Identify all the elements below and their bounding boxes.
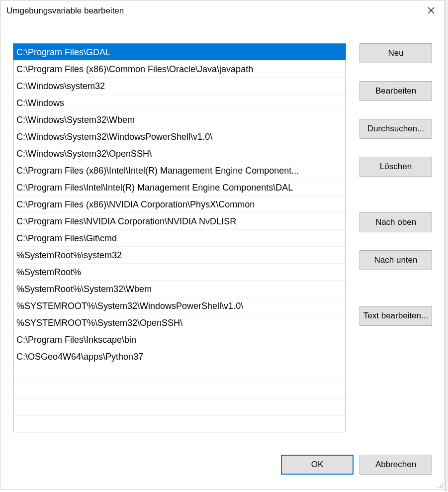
svg-point-3 (440, 485, 441, 486)
new-button[interactable]: Neu (359, 43, 432, 63)
delete-button[interactable]: Löschen (359, 157, 432, 177)
svg-point-7 (442, 487, 443, 488)
ok-button[interactable]: OK (281, 455, 354, 475)
svg-point-5 (438, 487, 439, 488)
path-list-item[interactable]: C:\Program Files\Inkscape\bin (13, 331, 346, 348)
path-list-item[interactable]: C:\Program Files\Intel\Intel(R) Manageme… (13, 179, 346, 196)
side-button-panel: Neu Bearbeiten Durchsuchen... Löschen Na… (359, 43, 432, 326)
edit-button[interactable]: Bearbeiten (359, 81, 432, 101)
path-list-item[interactable]: C:\Windows\system32 (13, 78, 346, 95)
path-list-empty-row[interactable]: . (13, 416, 346, 432)
edit-text-button[interactable]: Text bearbeiten... (359, 306, 432, 326)
path-list-item[interactable]: %SYSTEMROOT%\System32\WindowsPowerShell\… (13, 297, 346, 314)
path-list-item[interactable]: %SYSTEMROOT%\System32\OpenSSH\ (13, 314, 346, 331)
path-list-item[interactable]: C:\Windows\System32\OpenSSH\ (13, 145, 346, 162)
cancel-button[interactable]: Abbrechen (359, 455, 432, 475)
path-list-item[interactable]: %SystemRoot% (13, 264, 346, 281)
path-list-item[interactable]: C:\Program Files (x86)\NVIDIA Corporatio… (13, 196, 346, 213)
move-up-button[interactable]: Nach oben (359, 212, 432, 232)
svg-point-6 (440, 487, 441, 488)
path-list-item[interactable]: C:\Program Files\GDAL (13, 44, 346, 61)
dialog-window: Umgebungsvariable bearbeiten C:\Program … (0, 0, 445, 490)
path-list[interactable]: C:\Program Files\GDALC:\Program Files (x… (13, 43, 346, 432)
path-list-item[interactable]: C:\Program Files\NVIDIA Corporation\NVID… (13, 213, 346, 230)
close-button[interactable] (420, 3, 443, 19)
path-list-empty-row[interactable]: . (13, 365, 346, 382)
path-list-item[interactable]: C:\Windows (13, 95, 346, 111)
path-list-item[interactable]: %SystemRoot%\system32 (13, 247, 346, 264)
content-area: C:\Program Files\GDALC:\Program Files (x… (13, 43, 432, 475)
path-list-item[interactable]: C:\Windows\System32\Wbem (13, 111, 346, 128)
path-list-empty-row[interactable]: . (13, 399, 346, 416)
browse-button[interactable]: Durchsuchen... (359, 119, 432, 139)
path-list-item[interactable]: C:\Windows\System32\WindowsPowerShell\v1… (13, 128, 346, 145)
resize-grip[interactable] (437, 482, 444, 489)
svg-point-4 (442, 485, 443, 486)
path-list-item[interactable]: %SystemRoot%\System32\Wbem (13, 281, 346, 297)
svg-point-2 (442, 483, 443, 484)
titlebar: Umgebungsvariable bearbeiten (0, 0, 445, 21)
bottom-button-panel: OK Abbrechen (281, 455, 432, 475)
path-list-item[interactable]: C:\Program Files (x86)\Common Files\Orac… (13, 61, 346, 78)
move-down-button[interactable]: Nach unten (359, 250, 432, 270)
close-icon (428, 7, 435, 15)
path-list-item[interactable]: C:\Program Files\Git\cmd (13, 230, 346, 247)
dialog-title: Umgebungsvariable bearbeiten (6, 6, 124, 16)
path-list-empty-row[interactable]: . (13, 382, 346, 399)
path-list-item[interactable]: C:\Program Files (x86)\Intel\Intel(R) Ma… (13, 162, 346, 179)
background-window-edge (445, 0, 448, 492)
path-list-item[interactable]: C:\OSGeo4W64\apps\Python37 (13, 348, 346, 365)
